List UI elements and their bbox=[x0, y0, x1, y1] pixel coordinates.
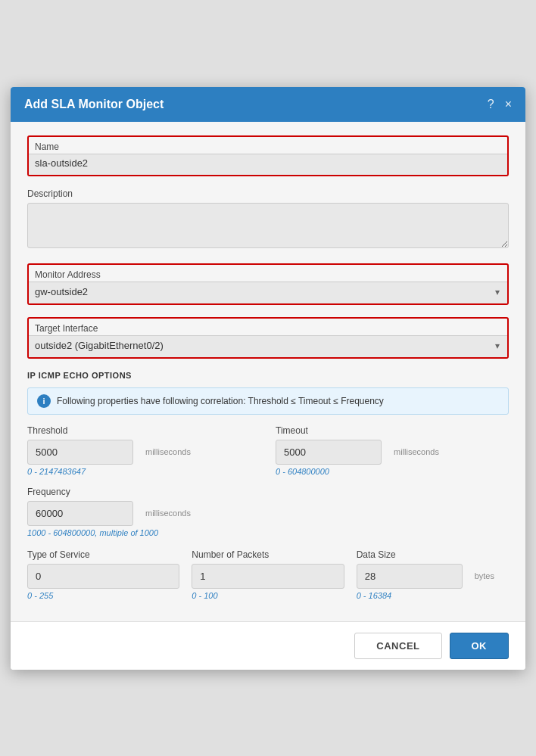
target-interface-group: Target Interface outside2 (GigabitEthern… bbox=[27, 317, 509, 359]
name-field-group: Name bbox=[27, 135, 509, 176]
info-banner: i Following properties have following co… bbox=[27, 387, 509, 415]
tos-label: Type of Service bbox=[27, 549, 179, 560]
threshold-input-wrapper: milliseconds bbox=[27, 440, 260, 465]
tos-field: Type of Service 0 - 255 bbox=[27, 549, 179, 600]
threshold-unit: milliseconds bbox=[145, 447, 191, 456]
datasize-label: Data Size bbox=[357, 549, 509, 560]
timeout-range: 0 - 604800000 bbox=[276, 467, 509, 476]
description-label: Description bbox=[27, 188, 509, 199]
tos-packets-datasize-row: Type of Service 0 - 255 Number of Packet… bbox=[27, 549, 509, 600]
monitor-address-group: Monitor Address gw-outside2 ▾ bbox=[27, 263, 509, 305]
dialog-body: Name Description Monitor Address gw-outs… bbox=[11, 122, 525, 621]
timeout-field: Timeout milliseconds 0 - 604800000 bbox=[276, 425, 509, 476]
timeout-unit: milliseconds bbox=[394, 447, 439, 456]
timeout-label: Timeout bbox=[276, 425, 509, 436]
name-input[interactable] bbox=[29, 154, 507, 175]
target-interface-select-wrapper: outside2 (GigabitEthernet0/2) ▾ bbox=[29, 335, 507, 357]
dialog-title: Add SLA Monitor Object bbox=[24, 98, 164, 111]
threshold-field: Threshold milliseconds 0 - 2147483647 bbox=[27, 425, 260, 476]
ok-button[interactable]: OK bbox=[450, 633, 510, 659]
name-label: Name bbox=[29, 137, 507, 154]
threshold-label: Threshold bbox=[27, 425, 260, 436]
frequency-label: Frequency bbox=[27, 487, 509, 497]
threshold-range: 0 - 2147483647 bbox=[27, 467, 260, 476]
add-sla-monitor-dialog: Add SLA Monitor Object ? × Name Descript… bbox=[11, 87, 525, 670]
datasize-input[interactable] bbox=[357, 564, 463, 589]
description-input[interactable] bbox=[27, 203, 509, 248]
frequency-input[interactable] bbox=[27, 501, 133, 526]
info-message: Following properties have following corr… bbox=[57, 396, 384, 406]
datasize-field: Data Size bytes 0 - 16384 bbox=[357, 549, 509, 600]
packets-field: Number of Packets 0 - 100 bbox=[192, 549, 344, 600]
monitor-address-label: Monitor Address bbox=[29, 265, 507, 282]
frequency-range: 1000 - 604800000, multiple of 1000 bbox=[27, 528, 509, 537]
timeout-input-wrapper: milliseconds bbox=[276, 440, 509, 465]
packets-label: Number of Packets bbox=[192, 549, 344, 560]
datasize-unit: bytes bbox=[475, 571, 494, 580]
monitor-address-select-wrapper: gw-outside2 ▾ bbox=[29, 282, 507, 303]
datasize-input-wrapper: bytes bbox=[357, 564, 509, 589]
frequency-field: Frequency milliseconds 1000 - 604800000,… bbox=[27, 487, 509, 537]
monitor-address-select[interactable]: gw-outside2 bbox=[29, 282, 507, 303]
threshold-timeout-row: Threshold milliseconds 0 - 2147483647 Ti… bbox=[27, 425, 509, 476]
tos-range: 0 - 255 bbox=[27, 591, 179, 600]
info-icon: i bbox=[37, 394, 51, 408]
timeout-input[interactable] bbox=[276, 440, 382, 465]
description-group: Description bbox=[27, 188, 509, 251]
tos-input[interactable] bbox=[27, 564, 179, 589]
packets-range: 0 - 100 bbox=[192, 591, 344, 600]
frequency-unit: milliseconds bbox=[145, 509, 191, 518]
target-interface-label: Target Interface bbox=[29, 319, 507, 335]
help-icon[interactable]: ? bbox=[488, 98, 494, 111]
dialog-header: Add SLA Monitor Object ? × bbox=[11, 87, 525, 122]
close-icon[interactable]: × bbox=[505, 98, 512, 111]
packets-input[interactable] bbox=[192, 564, 344, 589]
cancel-button[interactable]: CANCEL bbox=[354, 633, 441, 659]
dialog-footer: CANCEL OK bbox=[11, 621, 525, 670]
threshold-input[interactable] bbox=[27, 440, 133, 465]
frequency-input-wrapper: milliseconds bbox=[27, 501, 509, 526]
icmp-section-title: IP ICMP ECHO OPTIONS bbox=[27, 371, 509, 380]
datasize-range: 0 - 16384 bbox=[357, 591, 509, 600]
target-interface-select[interactable]: outside2 (GigabitEthernet0/2) bbox=[29, 335, 507, 357]
header-icons: ? × bbox=[488, 98, 512, 111]
